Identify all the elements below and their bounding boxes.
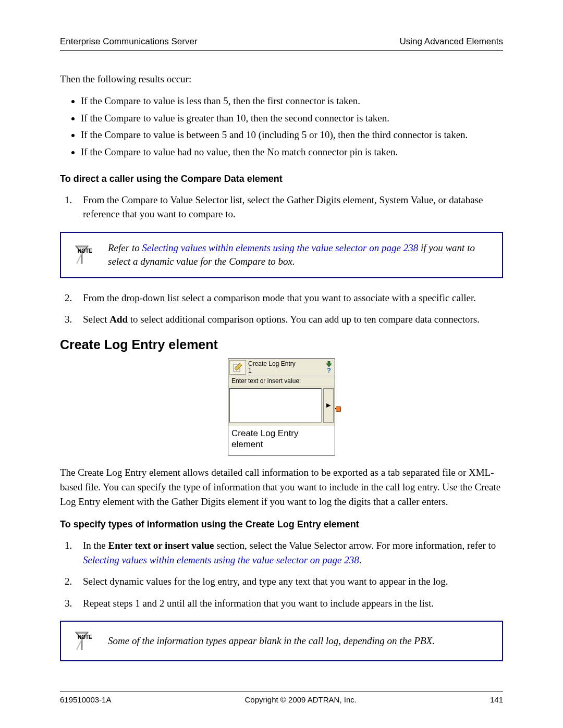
log-text-input[interactable] bbox=[229, 388, 322, 423]
createlog-description: The Create Log Entry element allows deta… bbox=[60, 465, 503, 509]
note-box: NOTE Some of the information types appea… bbox=[60, 621, 503, 661]
note-icon: NOTE bbox=[71, 244, 93, 266]
results-bullets: If the Compare to value is less than 5, … bbox=[60, 94, 503, 159]
note-link[interactable]: Selecting values within elements using t… bbox=[142, 242, 418, 253]
steps-specify: In the Enter text or insert value sectio… bbox=[60, 538, 503, 610]
figure-titlebar: Create Log Entry 1 ? bbox=[228, 359, 335, 376]
svg-text:NOTE: NOTE bbox=[78, 248, 92, 254]
page-header: Enterprise Communications Server Using A… bbox=[60, 36, 503, 51]
svg-text:NOTE: NOTE bbox=[78, 634, 92, 640]
s1-bold: Enter text or insert value bbox=[108, 540, 214, 551]
figure-side-icons: ? bbox=[325, 361, 334, 374]
step-item: From the drop-down list select a compari… bbox=[75, 291, 503, 305]
bullet-item: If the Compare to value is greater than … bbox=[81, 112, 503, 125]
figure-field-label: Enter text or insert value: bbox=[228, 376, 335, 387]
subheading-compare: To direct a caller using the Compare Dat… bbox=[60, 174, 503, 184]
step3-post: to select additional comparison options.… bbox=[128, 314, 480, 325]
create-log-entry-figure: Create Log Entry 1 ? Enter text or inser… bbox=[228, 359, 335, 456]
section-heading-createlog: Create Log Entry element bbox=[60, 337, 503, 352]
connector-out-icon bbox=[336, 406, 341, 412]
note-icon: NOTE bbox=[71, 630, 93, 652]
intro-text: Then the following results occur: bbox=[60, 73, 503, 85]
help-icon[interactable]: ? bbox=[325, 367, 333, 374]
note-text: Some of the information types appear bla… bbox=[108, 634, 435, 648]
bullet-item: If the Compare to value had no value, th… bbox=[81, 145, 503, 159]
step3-pre: Select bbox=[83, 314, 109, 325]
note-text: Refer to Selecting values within element… bbox=[108, 241, 492, 269]
step-item: Select Add to select additional comparis… bbox=[75, 312, 503, 327]
step-item: In the Enter text or insert value sectio… bbox=[75, 538, 503, 567]
note-box: NOTE Refer to Selecting values within el… bbox=[60, 232, 503, 278]
log-entry-icon bbox=[229, 360, 246, 375]
figure-textarea-row: ▶ bbox=[228, 387, 335, 426]
value-selector-arrow[interactable]: ▶ bbox=[323, 388, 334, 423]
figure-caption: Create Log Entry element bbox=[228, 426, 335, 455]
steps-compare: From the Compare to Value Selector list,… bbox=[60, 193, 503, 221]
figure-title: Create Log Entry bbox=[248, 361, 323, 367]
subheading-specify: To specify types of information using th… bbox=[60, 519, 503, 530]
figure-wrap: Create Log Entry 1 ? Enter text or inser… bbox=[60, 359, 503, 456]
bullet-item: If the Compare to value is less than 5, … bbox=[81, 94, 503, 108]
header-right: Using Advanced Elements bbox=[400, 36, 503, 47]
footer-left: 619510003-1A bbox=[60, 695, 111, 704]
step-item: Repeat steps 1 and 2 until all the infor… bbox=[75, 596, 503, 611]
figure-title-col: Create Log Entry 1 bbox=[248, 361, 323, 374]
s1-mid: section, select the Value Selector arrow… bbox=[214, 540, 496, 551]
bullet-item: If the Compare to value is between 5 and… bbox=[81, 128, 503, 142]
note-pre: Refer to bbox=[108, 242, 142, 253]
steps-compare-cont: From the drop-down list select a compari… bbox=[60, 291, 503, 327]
step3-bold: Add bbox=[109, 314, 128, 325]
footer-center: Copyright © 2009 ADTRAN, Inc. bbox=[244, 695, 356, 704]
step-item: From the Compare to Value Selector list,… bbox=[75, 193, 503, 221]
s1-pre: In the bbox=[83, 540, 108, 551]
footer-right: 141 bbox=[490, 695, 503, 704]
s1-link[interactable]: Selecting values within elements using t… bbox=[83, 554, 359, 565]
header-left: Enterprise Communications Server bbox=[60, 36, 198, 47]
figure-title-num: 1 bbox=[248, 367, 323, 374]
s1-post: . bbox=[359, 554, 362, 565]
svg-marker-7 bbox=[326, 361, 332, 367]
page-footer: 619510003-1A Copyright © 2009 ADTRAN, In… bbox=[60, 692, 503, 704]
step-item: Select dynamic values for the log entry,… bbox=[75, 574, 503, 589]
